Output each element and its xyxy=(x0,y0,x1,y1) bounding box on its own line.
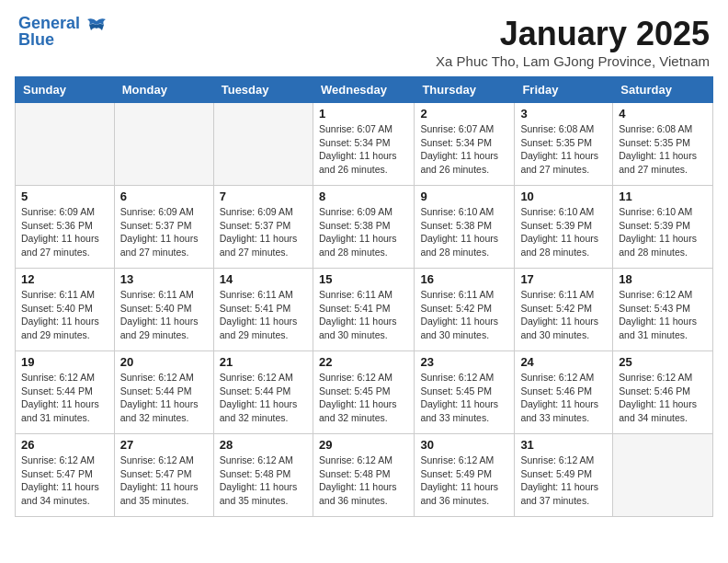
day-info: Sunrise: 6:12 AM Sunset: 5:48 PM Dayligh… xyxy=(319,454,408,508)
day-number: 28 xyxy=(220,438,307,452)
day-number: 19 xyxy=(21,355,108,369)
month-title: January 2025 xyxy=(436,15,710,53)
day-info: Sunrise: 6:09 AM Sunset: 5:36 PM Dayligh… xyxy=(21,205,108,259)
table-row: 13Sunrise: 6:11 AM Sunset: 5:40 PM Dayli… xyxy=(114,269,213,351)
day-info: Sunrise: 6:10 AM Sunset: 5:39 PM Dayligh… xyxy=(520,205,607,259)
day-info: Sunrise: 6:12 AM Sunset: 5:48 PM Dayligh… xyxy=(220,454,307,508)
table-row: 21Sunrise: 6:12 AM Sunset: 5:44 PM Dayli… xyxy=(213,351,313,434)
table-row: 28Sunrise: 6:12 AM Sunset: 5:48 PM Dayli… xyxy=(213,434,313,517)
day-info: Sunrise: 6:12 AM Sunset: 5:44 PM Dayligh… xyxy=(21,371,108,425)
table-row: 8Sunrise: 6:09 AM Sunset: 5:38 PM Daylig… xyxy=(313,186,414,269)
table-row: 12Sunrise: 6:11 AM Sunset: 5:40 PM Dayli… xyxy=(16,269,115,351)
day-info: Sunrise: 6:11 AM Sunset: 5:42 PM Dayligh… xyxy=(420,288,508,342)
table-row xyxy=(613,434,713,517)
day-number: 10 xyxy=(520,190,607,203)
day-number: 30 xyxy=(420,438,508,452)
day-info: Sunrise: 6:08 AM Sunset: 5:35 PM Dayligh… xyxy=(619,122,707,177)
day-info: Sunrise: 6:10 AM Sunset: 5:39 PM Dayligh… xyxy=(619,205,707,259)
day-number: 11 xyxy=(619,190,707,203)
col-header-monday: Monday xyxy=(114,77,213,103)
logo: GeneralBlue xyxy=(18,15,109,48)
table-row xyxy=(114,103,213,186)
day-info: Sunrise: 6:12 AM Sunset: 5:44 PM Dayligh… xyxy=(120,371,208,425)
day-number: 27 xyxy=(120,438,208,452)
table-row: 23Sunrise: 6:12 AM Sunset: 5:45 PM Dayli… xyxy=(415,351,515,434)
day-info: Sunrise: 6:07 AM Sunset: 5:34 PM Dayligh… xyxy=(420,122,508,177)
day-number: 7 xyxy=(220,190,307,203)
day-number: 26 xyxy=(21,438,108,452)
day-number: 1 xyxy=(319,107,408,121)
calendar-week-row: 26Sunrise: 6:12 AM Sunset: 5:47 PM Dayli… xyxy=(16,434,713,517)
day-number: 8 xyxy=(319,190,408,203)
day-number: 13 xyxy=(120,272,208,286)
day-info: Sunrise: 6:07 AM Sunset: 5:34 PM Dayligh… xyxy=(319,122,408,177)
table-row: 5Sunrise: 6:09 AM Sunset: 5:36 PM Daylig… xyxy=(16,186,115,269)
calendar-header-row: SundayMondayTuesdayWednesdayThursdayFrid… xyxy=(16,77,713,103)
day-number: 4 xyxy=(619,107,707,121)
table-row: 10Sunrise: 6:10 AM Sunset: 5:39 PM Dayli… xyxy=(515,186,613,269)
day-info: Sunrise: 6:11 AM Sunset: 5:41 PM Dayligh… xyxy=(220,288,307,342)
day-number: 2 xyxy=(420,107,508,121)
table-row: 29Sunrise: 6:12 AM Sunset: 5:48 PM Dayli… xyxy=(313,434,414,517)
table-row: 24Sunrise: 6:12 AM Sunset: 5:46 PM Dayli… xyxy=(515,351,613,434)
day-info: Sunrise: 6:12 AM Sunset: 5:47 PM Dayligh… xyxy=(120,454,208,508)
page-header: GeneralBlue January 2025 Xa Phuc Tho, La… xyxy=(0,0,728,76)
table-row: 7Sunrise: 6:09 AM Sunset: 5:37 PM Daylig… xyxy=(213,186,313,269)
day-info: Sunrise: 6:09 AM Sunset: 5:37 PM Dayligh… xyxy=(120,205,208,259)
calendar-week-row: 19Sunrise: 6:12 AM Sunset: 5:44 PM Dayli… xyxy=(16,351,713,434)
day-number: 17 xyxy=(520,272,607,286)
day-number: 6 xyxy=(120,190,208,203)
table-row: 16Sunrise: 6:11 AM Sunset: 5:42 PM Dayli… xyxy=(415,269,515,351)
day-number: 25 xyxy=(619,355,707,369)
day-number: 18 xyxy=(619,272,707,286)
day-info: Sunrise: 6:10 AM Sunset: 5:38 PM Dayligh… xyxy=(420,205,508,259)
day-number: 20 xyxy=(120,355,208,369)
table-row: 31Sunrise: 6:12 AM Sunset: 5:49 PM Dayli… xyxy=(515,434,613,517)
calendar-table: SundayMondayTuesdayWednesdayThursdayFrid… xyxy=(15,76,713,517)
table-row: 9Sunrise: 6:10 AM Sunset: 5:38 PM Daylig… xyxy=(415,186,515,269)
location: Xa Phuc Tho, Lam GJong Province, Vietnam xyxy=(436,53,710,69)
table-row: 14Sunrise: 6:11 AM Sunset: 5:41 PM Dayli… xyxy=(213,269,313,351)
table-row: 30Sunrise: 6:12 AM Sunset: 5:49 PM Dayli… xyxy=(415,434,515,517)
day-number: 5 xyxy=(21,190,108,203)
table-row: 26Sunrise: 6:12 AM Sunset: 5:47 PM Dayli… xyxy=(16,434,115,517)
table-row: 17Sunrise: 6:11 AM Sunset: 5:42 PM Dayli… xyxy=(515,269,613,351)
col-header-sunday: Sunday xyxy=(16,77,115,103)
table-row: 6Sunrise: 6:09 AM Sunset: 5:37 PM Daylig… xyxy=(114,186,213,269)
day-number: 21 xyxy=(220,355,307,369)
day-number: 23 xyxy=(420,355,508,369)
day-number: 3 xyxy=(520,107,607,121)
logo-text: GeneralBlue xyxy=(18,15,80,48)
col-header-saturday: Saturday xyxy=(613,77,713,103)
day-number: 24 xyxy=(520,355,607,369)
day-number: 16 xyxy=(420,272,508,286)
day-info: Sunrise: 6:11 AM Sunset: 5:41 PM Dayligh… xyxy=(319,288,408,342)
calendar-week-row: 5Sunrise: 6:09 AM Sunset: 5:36 PM Daylig… xyxy=(16,186,713,269)
day-number: 22 xyxy=(319,355,408,369)
day-number: 9 xyxy=(420,190,508,203)
table-row: 3Sunrise: 6:08 AM Sunset: 5:35 PM Daylig… xyxy=(515,103,613,186)
table-row: 19Sunrise: 6:12 AM Sunset: 5:44 PM Dayli… xyxy=(16,351,115,434)
day-number: 31 xyxy=(520,438,607,452)
table-row: 18Sunrise: 6:12 AM Sunset: 5:43 PM Dayli… xyxy=(613,269,713,351)
day-info: Sunrise: 6:08 AM Sunset: 5:35 PM Dayligh… xyxy=(520,122,607,177)
table-row: 27Sunrise: 6:12 AM Sunset: 5:47 PM Dayli… xyxy=(114,434,213,517)
day-info: Sunrise: 6:12 AM Sunset: 5:45 PM Dayligh… xyxy=(319,371,408,425)
day-info: Sunrise: 6:12 AM Sunset: 5:46 PM Dayligh… xyxy=(619,371,707,425)
table-row: 1Sunrise: 6:07 AM Sunset: 5:34 PM Daylig… xyxy=(313,103,414,186)
table-row: 11Sunrise: 6:10 AM Sunset: 5:39 PM Dayli… xyxy=(613,186,713,269)
day-number: 29 xyxy=(319,438,408,452)
table-row: 2Sunrise: 6:07 AM Sunset: 5:34 PM Daylig… xyxy=(415,103,515,186)
day-info: Sunrise: 6:11 AM Sunset: 5:40 PM Dayligh… xyxy=(21,288,108,342)
table-row: 15Sunrise: 6:11 AM Sunset: 5:41 PM Dayli… xyxy=(313,269,414,351)
table-row xyxy=(213,103,313,186)
col-header-wednesday: Wednesday xyxy=(313,77,414,103)
calendar-wrap: SundayMondayTuesdayWednesdayThursdayFrid… xyxy=(0,76,728,524)
day-info: Sunrise: 6:12 AM Sunset: 5:46 PM Dayligh… xyxy=(520,371,607,425)
day-info: Sunrise: 6:11 AM Sunset: 5:40 PM Dayligh… xyxy=(120,288,208,342)
col-header-thursday: Thursday xyxy=(415,77,515,103)
day-number: 12 xyxy=(21,272,108,286)
title-block: January 2025 Xa Phuc Tho, Lam GJong Prov… xyxy=(436,15,710,69)
day-info: Sunrise: 6:12 AM Sunset: 5:43 PM Dayligh… xyxy=(619,288,707,342)
table-row: 20Sunrise: 6:12 AM Sunset: 5:44 PM Dayli… xyxy=(114,351,213,434)
